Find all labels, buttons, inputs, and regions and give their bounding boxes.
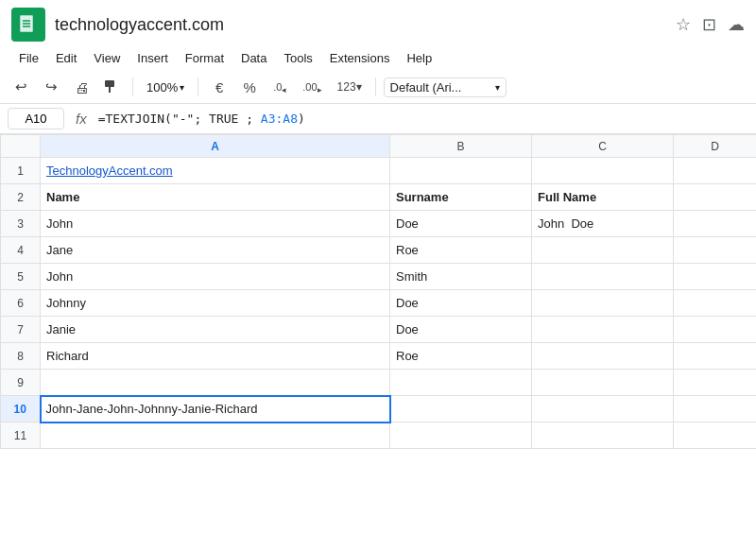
table-row: 11 bbox=[1, 423, 757, 449]
menu-extensions[interactable]: Extensions bbox=[322, 47, 398, 69]
cell-d5[interactable] bbox=[674, 264, 757, 290]
percent-button[interactable]: % bbox=[236, 76, 263, 99]
toolbar-divider-3 bbox=[375, 78, 376, 96]
row-num-3: 3 bbox=[1, 211, 41, 237]
menu-view[interactable]: View bbox=[86, 47, 128, 69]
row-num-5: 5 bbox=[1, 264, 41, 290]
toolbar: ↩ ↪ 🖨 100% ▾ € % .0◂ .00▸ 123▾ Default (… bbox=[0, 71, 756, 104]
cell-c2[interactable]: Full Name bbox=[532, 184, 674, 211]
cell-b1[interactable] bbox=[390, 158, 532, 184]
col-header-blank bbox=[1, 135, 41, 158]
cell-a9[interactable] bbox=[41, 370, 390, 396]
cell-a1[interactable]: TechnologyAccent.com bbox=[41, 158, 390, 184]
svg-rect-6 bbox=[105, 80, 114, 87]
cell-c5[interactable] bbox=[532, 264, 674, 290]
cell-d3[interactable] bbox=[674, 211, 757, 237]
cell-d6[interactable] bbox=[674, 290, 757, 317]
col-header-a[interactable]: A bbox=[41, 135, 390, 158]
cell-b9[interactable] bbox=[390, 370, 532, 396]
row-num-11: 11 bbox=[1, 423, 41, 449]
paint-format-button[interactable] bbox=[98, 76, 125, 98]
toolbar-divider-1 bbox=[132, 78, 133, 96]
table-row: 1 TechnologyAccent.com bbox=[1, 158, 757, 184]
cell-d2[interactable] bbox=[674, 184, 757, 211]
cell-d11[interactable] bbox=[674, 423, 757, 449]
spreadsheet-area: A B C D 1 TechnologyAccent.com 2 Name Su… bbox=[0, 134, 756, 449]
toolbar-divider-2 bbox=[198, 78, 198, 96]
currency-button[interactable]: € bbox=[206, 76, 232, 99]
more-formats-button[interactable]: 123▾ bbox=[332, 77, 368, 97]
cell-c8[interactable] bbox=[532, 343, 674, 370]
menu-file[interactable]: File bbox=[11, 47, 46, 69]
cell-c11[interactable] bbox=[532, 423, 674, 449]
cell-a10[interactable]: John-Jane-John-Johnny-Janie-Richard bbox=[41, 396, 390, 423]
decimal-more-button[interactable]: .00▸ bbox=[297, 78, 327, 96]
zoom-value: 100% bbox=[146, 80, 178, 95]
drive-icon[interactable]: ⊡ bbox=[702, 14, 716, 35]
table-row: 9 bbox=[1, 370, 757, 396]
cell-a7[interactable]: Janie bbox=[41, 317, 390, 343]
zoom-arrow: ▾ bbox=[180, 82, 184, 93]
col-header-b[interactable]: B bbox=[390, 135, 532, 158]
menu-help[interactable]: Help bbox=[399, 47, 439, 69]
row-num-4: 4 bbox=[1, 237, 41, 264]
table-row: 7 Janie Doe bbox=[1, 317, 757, 343]
cell-b10[interactable] bbox=[390, 396, 532, 423]
menu-insert[interactable]: Insert bbox=[129, 47, 176, 69]
cell-d10[interactable] bbox=[674, 396, 757, 423]
column-header-row: A B C D bbox=[1, 135, 757, 158]
fx-icon: fx bbox=[72, 111, 91, 127]
font-name: Default (Ari... bbox=[390, 80, 491, 95]
print-button[interactable]: 🖨 bbox=[68, 76, 94, 99]
app-icon bbox=[11, 8, 45, 42]
cell-a6[interactable]: Johnny bbox=[41, 290, 390, 317]
cell-d9[interactable] bbox=[674, 370, 757, 396]
cell-b4[interactable]: Roe bbox=[390, 237, 532, 264]
table-row: 2 Name Surname Full Name bbox=[1, 184, 757, 211]
zoom-selector[interactable]: 100% ▾ bbox=[141, 78, 190, 96]
cell-b6[interactable]: Doe bbox=[390, 290, 532, 317]
cloud-icon[interactable]: ☁ bbox=[728, 14, 745, 35]
menu-edit[interactable]: Edit bbox=[48, 47, 84, 69]
cell-c10[interactable] bbox=[532, 396, 674, 423]
table-row: 10 John-Jane-John-Johnny-Janie-Richard bbox=[1, 396, 757, 423]
cell-a8[interactable]: Richard bbox=[41, 343, 390, 370]
cell-b8[interactable]: Roe bbox=[390, 343, 532, 370]
cell-reference-input[interactable] bbox=[8, 108, 64, 129]
font-arrow: ▾ bbox=[495, 82, 500, 93]
cell-c6[interactable] bbox=[532, 290, 674, 317]
table-row: 3 John Doe John Doe bbox=[1, 211, 757, 237]
cell-a2-text: Name bbox=[46, 190, 79, 204]
cell-b2[interactable]: Surname bbox=[390, 184, 532, 211]
font-selector[interactable]: Default (Ari... ▾ bbox=[384, 78, 507, 97]
cell-a5[interactable]: John bbox=[41, 264, 390, 290]
col-header-d[interactable]: D bbox=[674, 135, 757, 158]
cell-c1[interactable] bbox=[532, 158, 674, 184]
cell-c9[interactable] bbox=[532, 370, 674, 396]
col-header-c[interactable]: C bbox=[532, 135, 674, 158]
formula-suffix: ) bbox=[298, 112, 305, 126]
row-num-8: 8 bbox=[1, 343, 41, 370]
cell-b11[interactable] bbox=[390, 423, 532, 449]
cell-d7[interactable] bbox=[674, 317, 757, 343]
decimal-less-button[interactable]: .0◂ bbox=[266, 78, 293, 96]
menu-format[interactable]: Format bbox=[178, 47, 232, 69]
cell-a11[interactable] bbox=[41, 423, 390, 449]
menu-tools[interactable]: Tools bbox=[276, 47, 319, 69]
cell-d8[interactable] bbox=[674, 343, 757, 370]
menu-data[interactable]: Data bbox=[233, 47, 274, 69]
cell-c7[interactable] bbox=[532, 317, 674, 343]
cell-c4[interactable] bbox=[532, 237, 674, 264]
cell-a2[interactable]: Name bbox=[41, 184, 390, 211]
cell-a3[interactable]: John bbox=[41, 211, 390, 237]
star-icon[interactable]: ☆ bbox=[676, 14, 691, 35]
undo-button[interactable]: ↩ bbox=[8, 75, 34, 99]
cell-b7[interactable]: Doe bbox=[390, 317, 532, 343]
cell-d1[interactable] bbox=[674, 158, 757, 184]
cell-c3[interactable]: John Doe bbox=[532, 211, 674, 237]
cell-b5[interactable]: Smith bbox=[390, 264, 532, 290]
cell-d4[interactable] bbox=[674, 237, 757, 264]
cell-a4[interactable]: Jane bbox=[41, 237, 390, 264]
redo-button[interactable]: ↪ bbox=[38, 75, 64, 99]
cell-b3[interactable]: Doe bbox=[390, 211, 532, 237]
